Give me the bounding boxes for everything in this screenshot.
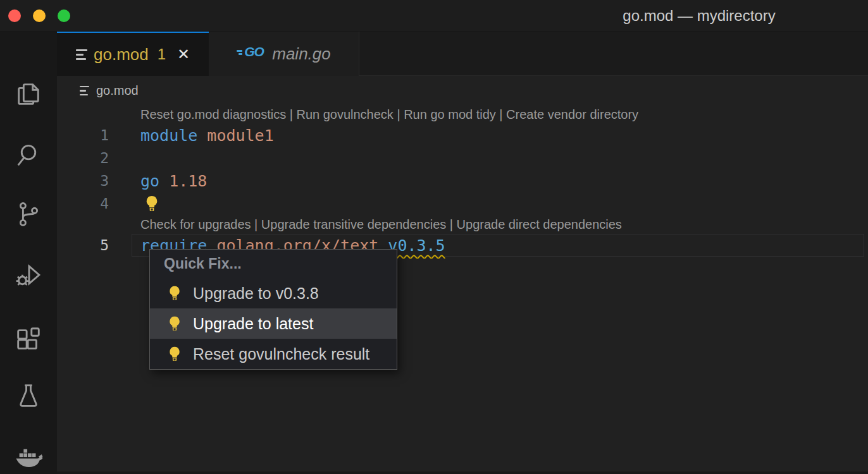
tab-warning-count: 1	[158, 46, 166, 63]
line-number: 2	[57, 150, 114, 166]
codelens-require-actions[interactable]: Check for upgrades | Upgrade transitive …	[57, 215, 868, 234]
close-window-icon[interactable]	[8, 9, 21, 22]
code-line-4: 4	[57, 192, 868, 215]
window-title: go.mod — mydirectory	[623, 7, 775, 25]
tab-go-mod[interactable]: go.mod 1 ✕	[57, 32, 209, 76]
minimize-window-icon[interactable]	[33, 9, 46, 22]
go-mod-file-icon	[80, 86, 89, 96]
tab-label: go.mod	[94, 45, 149, 64]
search-icon[interactable]	[14, 140, 43, 169]
run-debug-icon[interactable]	[14, 260, 43, 289]
quick-fix-menu-header: Quick Fix...	[150, 250, 397, 278]
code-line-2: 2	[57, 147, 868, 169]
lightbulb-icon	[166, 346, 183, 362]
breadcrumb-item[interactable]: go.mod	[96, 83, 139, 98]
lightbulb-icon[interactable]	[143, 195, 161, 212]
line-number: 4	[57, 195, 114, 212]
extensions-icon[interactable]	[14, 324, 43, 353]
code-area: Reset go.mod diagnostics | Run govulnche…	[57, 105, 868, 257]
go-logo-icon: GO	[237, 46, 266, 61]
menu-item-upgrade-v038[interactable]: Upgrade to v0.3.8	[150, 278, 397, 308]
menu-item-label: Upgrade to v0.3.8	[193, 284, 319, 303]
zoom-window-icon[interactable]	[58, 9, 70, 22]
activity-bar	[0, 32, 57, 474]
window-bottom-edge	[57, 471, 868, 474]
code-text: module module1	[140, 126, 274, 145]
code-line-3: 3 go 1.18	[57, 169, 868, 192]
menu-item-label: Upgrade to latest	[193, 315, 313, 333]
line-number: 3	[57, 173, 114, 189]
line-number: 5	[57, 237, 114, 253]
menu-item-label: Reset govulncheck result	[193, 345, 369, 363]
code-line-1: 1 module module1	[57, 124, 868, 147]
titlebar: go.mod — mydirectory	[0, 0, 868, 32]
tab-label: main.go	[272, 44, 331, 64]
code-text: go 1.18	[140, 172, 207, 190]
source-control-icon[interactable]	[14, 200, 43, 229]
lightbulb-icon	[166, 285, 183, 301]
close-tab-icon[interactable]: ✕	[177, 46, 190, 63]
lightbulb-icon	[166, 315, 183, 332]
codelens-module-actions[interactable]: Reset go.mod diagnostics | Run govulnche…	[57, 105, 868, 124]
menu-item-upgrade-latest[interactable]: Upgrade to latest	[150, 308, 397, 339]
tab-bar: go.mod 1 ✕ GO main.go	[57, 32, 868, 76]
menu-item-reset-govulncheck[interactable]: Reset govulncheck result	[150, 339, 397, 369]
breadcrumb[interactable]: go.mod	[80, 83, 139, 98]
tab-main-go[interactable]: GO main.go	[209, 32, 359, 76]
line-number: 1	[57, 127, 114, 143]
go-mod-file-icon	[76, 49, 87, 60]
beaker-icon[interactable]	[14, 382, 43, 411]
traffic-lights	[8, 9, 70, 22]
explorer-icon[interactable]	[14, 80, 43, 109]
quick-fix-menu: Quick Fix... Upgrade to v0.3.8 Upgrade t…	[149, 249, 397, 370]
docker-whale-icon[interactable]	[14, 444, 43, 473]
